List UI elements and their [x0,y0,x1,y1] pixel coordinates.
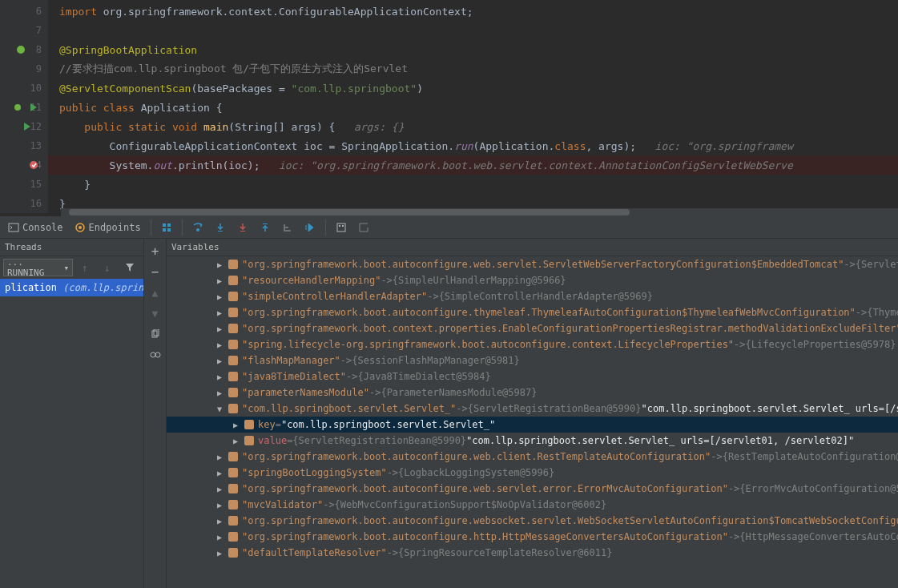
expand-arrow-icon[interactable]: ▶ [215,501,224,509]
run-to-cursor-button[interactable] [300,219,320,236]
step-into-button[interactable] [210,219,231,236]
expand-arrow-icon[interactable]: ▶ [215,485,224,493]
thread-selector[interactable]: ... RUNNING ▾ [3,259,73,276]
variable-row[interactable]: ▶"org.springframework.boot.context.prope… [167,320,898,336]
expand-arrow-icon[interactable]: ▶ [215,324,224,333]
var-name: "java8TimeDialect" [242,371,346,382]
separator [325,219,326,236]
code-line[interactable]: @ServletComponentScan(basePackages = "co… [48,79,898,98]
debug-panel: Console Endpoints Threads ... RUNNING ▾ … [0,216,898,588]
step-over-button[interactable] [187,219,208,236]
code-line[interactable]: } [48,175,898,194]
run-icon[interactable] [22,122,32,131]
code-line[interactable]: ConfigurableApplicationContext ioc = Spr… [48,136,898,155]
expand-arrow-icon[interactable]: ▶ [215,517,224,526]
expand-arrow-icon[interactable]: ▼ [215,405,224,413]
var-name: value [258,435,287,446]
gutter-line[interactable]: 13 [0,136,48,155]
code-line[interactable]: //要求扫描com.llp.springboot 包/子包下的原生方式注入的Se… [48,59,898,79]
drop-frame-button[interactable] [277,219,298,236]
console-tab[interactable]: Console [3,219,68,236]
expand-arrow-icon[interactable]: ▶ [215,389,224,397]
variable-row[interactable]: ▶"mvcValidator" -> {WebMvcConfigurationS… [167,497,898,513]
copy-button[interactable] [145,325,166,343]
variable-row[interactable]: ▶"resourceHandlerMapping" -> {SimpleUrlH… [167,272,898,288]
variable-row[interactable]: ▶"spring.lifecycle-org.springframework.b… [167,336,898,352]
stack-frame[interactable]: plication (com.llp.springboot) [0,279,143,296]
variable-row[interactable]: ▶"org.springframework.boot.autoconfigure… [167,256,898,272]
code-content[interactable]: import org.springframework.context.Confi… [48,0,898,213]
code-line[interactable] [48,21,898,40]
gutter-line[interactable]: 14 [0,155,48,175]
var-value: {WebMvcConfigurationSupport$NoOpValidato… [335,499,607,510]
next-frame-button[interactable]: ↓ [97,259,118,276]
remove-watch-button[interactable]: − [145,263,166,280]
variable-row[interactable]: ▶"org.springframework.boot.autoconfigure… [167,513,898,529]
gutter-line[interactable]: 9 [0,59,48,79]
horizontal-scrollbar[interactable] [61,208,898,216]
breakpoint-icon[interactable] [29,160,38,170]
variable-row[interactable]: ▶key = "com.llp.springboot.servlet.Servl… [167,417,898,433]
variable-row[interactable]: ▶"org.springframework.boot.autoconfigure… [167,304,898,320]
variable-row[interactable]: ▶"org.springframework.boot.autoconfigure… [167,529,898,545]
expand-arrow-icon[interactable]: ▶ [215,276,224,285]
code-line[interactable]: public class Application { [48,98,898,117]
gutter-line[interactable]: 8 [0,40,48,59]
add-watch-button[interactable]: + [145,242,166,260]
expand-arrow-icon[interactable]: ▶ [231,437,240,445]
variable-row[interactable]: ▶"parameterNamesModule" -> {ParameterNam… [167,385,898,401]
expand-arrow-icon[interactable]: ▶ [215,549,224,558]
expand-arrow-icon[interactable]: ▶ [215,340,224,349]
code-editor[interactable]: 678910111213141516 import org.springfram… [0,0,898,216]
expand-arrow-icon[interactable]: ▶ [215,308,224,317]
expand-arrow-icon[interactable]: ▶ [215,292,224,301]
code-line[interactable]: import org.springframework.context.Confi… [48,2,898,21]
variable-row[interactable]: ▶"springBootLoggingSystem" -> {LogbackLo… [167,465,898,481]
field-icon [228,499,239,510]
watches-button[interactable] [145,346,166,364]
expand-arrow-icon[interactable]: ▶ [215,260,224,269]
expand-arrow-icon[interactable]: ▶ [215,533,224,542]
endpoints-tab[interactable]: Endpoints [70,219,146,236]
expand-arrow-icon[interactable]: ▶ [215,453,224,461]
run-class-icon[interactable] [14,103,24,112]
code-line[interactable]: System.out.println(ioc); ioc: "org.sprin… [48,155,898,175]
variable-row[interactable]: ▶value = {ServletRegistrationBean@5990} … [167,433,898,449]
variable-row[interactable]: ▶"defaultTemplateResolver" -> {SpringRes… [167,545,898,561]
gutter-line[interactable]: 10 [0,79,48,98]
evaluate-button[interactable] [331,219,352,236]
gutter-line[interactable]: 6 [0,2,48,21]
trace-button[interactable] [353,219,374,236]
variable-row[interactable]: ▶"java8TimeDialect" -> {Java8TimeDialect… [167,369,898,385]
variable-row[interactable]: ▶"org.springframework.boot.autoconfigure… [167,481,898,497]
gutter-line[interactable]: 15 [0,175,48,194]
code-token: "com.llp.springboot" [292,83,417,95]
filter-button[interactable] [119,259,140,276]
up-button[interactable]: ▲ [145,284,166,301]
variable-row[interactable]: ▶"flashMapManager" -> {SessionFlashMapMa… [167,352,898,369]
force-step-into-button[interactable] [232,219,253,236]
step-out-button[interactable] [255,219,276,236]
code-line[interactable]: @SpringBootApplication [48,40,898,59]
code-token: .println(ioc); [172,159,279,171]
gutter-line[interactable]: 11 [0,98,48,117]
expand-arrow-icon[interactable]: ▶ [215,469,224,477]
expand-arrow-icon[interactable]: ▶ [231,421,240,429]
code-line[interactable]: public static void main(String[] args) {… [48,117,898,136]
show-frames-button[interactable] [156,219,177,236]
prev-frame-button[interactable]: ↑ [74,259,95,276]
down-button[interactable]: ▼ [145,304,166,322]
scrollbar-thumb[interactable] [69,209,630,215]
variable-row[interactable]: ▶"simpleControllerHandlerAdapter" -> {Si… [167,288,898,304]
expand-arrow-icon[interactable]: ▶ [215,356,224,365]
gutter-line[interactable]: 7 [0,21,48,40]
field-icon [228,531,239,542]
variable-row[interactable]: ▶"org.springframework.boot.autoconfigure… [167,449,898,465]
gutter-line[interactable]: 12 [0,117,48,136]
code-token: Application { [141,102,223,114]
gutter-line[interactable]: 16 [0,194,48,213]
run-icon[interactable] [29,103,38,112]
expand-arrow-icon[interactable]: ▶ [215,373,224,381]
variable-row[interactable]: ▼"com.llp.springboot.servlet.Servlet_" -… [167,401,898,417]
variables-tree[interactable]: Variables ▶"org.springframework.boot.aut… [167,239,898,588]
